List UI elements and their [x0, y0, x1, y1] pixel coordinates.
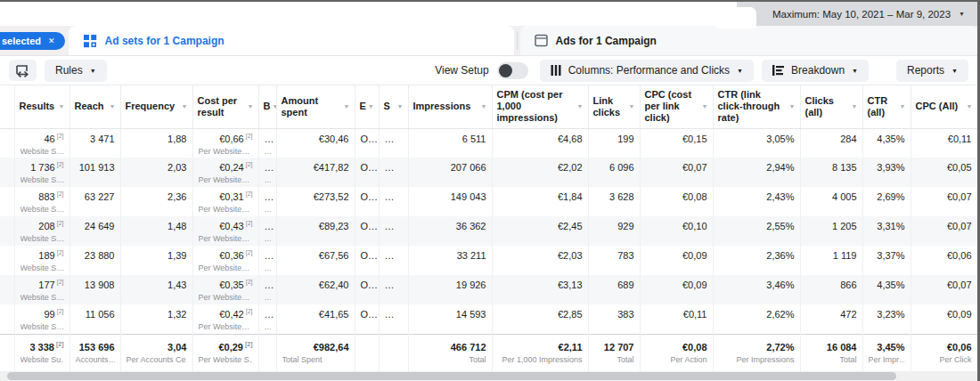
horizontal-scrollbar-track[interactable] — [0, 371, 977, 381]
column-header-schedule[interactable]: S▼ — [379, 85, 408, 128]
table-footer: 3 338[2]Website Su…153 696Accounts…3,04P… — [0, 334, 977, 376]
table-row[interactable]: 46[2]Website S…3 4711,88€0,66[2]Per Webs… — [0, 128, 977, 158]
cell-cpm: €2,45 — [492, 216, 588, 246]
cell-cpc-link: €0,15 — [640, 128, 713, 158]
cell-frequency: 1,43 — [120, 275, 192, 304]
sort-caret-icon: ▼ — [852, 103, 858, 109]
cell-schedule — [379, 334, 408, 376]
cell-results: 3 338[2]Website Su… — [14, 334, 69, 376]
column-header-cpm[interactable]: CPM (cost per 1,000 impressions)▼ — [492, 85, 588, 128]
chevron-down-icon: ▼ — [959, 11, 965, 17]
cell-select — [0, 216, 14, 246]
column-label: CPC (cost per link click) — [645, 89, 700, 125]
horizontal-scrollbar-thumb[interactable] — [7, 372, 896, 380]
table-row[interactable]: 99[2]Website S…11 0561,32€0,42[2]Per Web… — [0, 304, 977, 334]
cell-sublabel: Website S… — [20, 322, 64, 331]
cell-reach: 101 913 — [69, 158, 120, 187]
totals-row: 3 338[2]Website Su…153 696Accounts…3,04P… — [0, 334, 977, 376]
cell-link-clicks: 689 — [588, 275, 640, 304]
column-label: Results — [20, 101, 55, 112]
cell-schedule: … — [379, 275, 408, 304]
cell-budget: …… — [258, 246, 276, 275]
column-label: S — [384, 101, 390, 112]
cell-sublabel: … — [265, 293, 271, 302]
column-header-reach[interactable]: Reach▼ — [69, 85, 120, 128]
sort-caret-icon: ▼ — [272, 103, 276, 109]
column-header-impressions[interactable]: Impressions▼ — [408, 85, 492, 128]
footnote-marker: [2] — [246, 220, 253, 226]
column-header-results[interactable]: Results▼ — [14, 85, 69, 128]
tab-ad-sets-label: Ad sets for 1 Campaign — [105, 35, 225, 47]
rules-button[interactable]: Rules ▼ — [45, 60, 107, 82]
column-header-amount-spent[interactable]: Amount spent▼ — [276, 85, 355, 128]
cell-sublabel: Per Website… — [199, 234, 253, 243]
table-row[interactable]: 189[2]Website S…23 8801,39€0,36[2]Per We… — [0, 246, 977, 275]
sort-caret-icon: ▼ — [900, 103, 906, 109]
ads-manager-window: Maximum: May 10, 2021 – Mar 9, 2023 ▼ se… — [0, 0, 980, 381]
cell-impressions: 6 511 — [408, 128, 492, 158]
column-header-ctr-link[interactable]: CTR (link click-through rate)▼ — [713, 85, 800, 128]
footnote-marker: [2] — [57, 161, 64, 167]
cell-cpc-all: €0,07 — [911, 216, 977, 246]
cell-reach: 63 227 — [69, 187, 120, 216]
column-header-ctr-all[interactable]: CTR (all)▼ — [862, 85, 911, 128]
tab-ad-sets[interactable]: Ad sets for 1 Campaign — [69, 26, 514, 55]
column-header-cpc-all[interactable]: CPC (All)▼ — [911, 85, 977, 128]
cell-frequency: 1,88 — [120, 128, 192, 158]
cell-sublabel: Total — [414, 355, 486, 364]
footnote-marker: [2] — [56, 341, 64, 347]
footnote-marker: [2] — [57, 133, 64, 139]
cell-cpc-all: €0,07 — [911, 187, 977, 216]
footnote-marker: [2] — [57, 190, 64, 197]
columns-button[interactable]: Columns: Performance and Clicks ▼ — [540, 60, 754, 82]
table-row[interactable]: 177[2]Website S…13 9081,43€0,35[2]Per We… — [0, 275, 977, 304]
cell-cpc-link: €0,09 — [640, 246, 713, 275]
cell-sublabel: … — [265, 234, 271, 243]
table-row[interactable]: 208[2]Website S…24 6491,48€0,43[2]Per We… — [0, 216, 977, 246]
cell-results: 883[2]Website S… — [14, 187, 69, 216]
date-range-label: Maximum: May 10, 2021 – Mar 9, 2023 — [772, 9, 951, 20]
cell-impressions: 33 211 — [408, 246, 492, 275]
cell-frequency: 2,36 — [120, 187, 192, 216]
cell-schedule: … — [379, 304, 408, 334]
cell-budget: …… — [258, 275, 276, 304]
sort-caret-icon: ▼ — [248, 103, 254, 109]
table-row[interactable]: 883[2]Website S…63 2272,36€0,31[2]Per We… — [0, 187, 977, 216]
view-setup-control: View Setup — [435, 62, 528, 79]
cell-sublabel: Website Su… — [20, 355, 64, 364]
edit-columns-button[interactable] — [9, 60, 37, 81]
selected-filter-pill[interactable]: selected ✕ — [0, 32, 65, 50]
cell-select — [0, 246, 14, 275]
cell-reach: 3 471 — [69, 128, 120, 158]
close-icon[interactable]: ✕ — [48, 36, 55, 45]
sort-caret-icon: ▼ — [182, 103, 188, 109]
sort-caret-icon: ▼ — [397, 103, 404, 109]
cell-sublabel: Website S… — [20, 234, 64, 243]
column-header-cpc-link[interactable]: CPC (cost per link click)▼ — [640, 85, 713, 128]
column-header-budget[interactable]: B▼ — [258, 85, 276, 128]
date-range-selector[interactable]: Maximum: May 10, 2021 – Mar 9, 2023 ▼ — [737, 2, 977, 26]
reports-button[interactable]: Reports ▼ — [896, 60, 968, 82]
column-header-frequency[interactable]: Frequency▼ — [120, 85, 192, 128]
column-header-clicks-all[interactable]: Clicks (all)▼ — [800, 85, 862, 128]
cell-cpm: €4,68 — [492, 128, 588, 158]
cell-ctr-link: 2,36% — [713, 246, 800, 275]
tab-ads[interactable]: Ads for 1 Campaign — [520, 26, 977, 55]
cell-sublabel: Per Website S… — [199, 355, 253, 364]
cell-sublabel: … — [265, 147, 271, 156]
cell-schedule: … — [379, 128, 408, 158]
column-header-ends[interactable]: E▼ — [355, 85, 379, 128]
table-row[interactable]: 1 736[2]Website S…101 9132,03€0,24[2]Per… — [0, 158, 977, 187]
cell-sublabel: Total — [594, 355, 634, 364]
view-setup-toggle[interactable] — [497, 62, 528, 79]
sort-caret-icon: ▼ — [368, 103, 374, 109]
breakdown-label: Breakdown — [791, 64, 845, 77]
cell-cpm: €3,13 — [492, 275, 588, 304]
cell-link-clicks: 929 — [588, 216, 640, 246]
breakdown-button[interactable]: Breakdown ▼ — [762, 60, 869, 82]
column-header-link-clicks[interactable]: Link clicks▼ — [588, 85, 640, 128]
column-label: CPC (All) — [916, 101, 959, 112]
cell-clicks-all: 1 205 — [800, 216, 862, 246]
chevron-down-icon: ▼ — [951, 68, 958, 74]
column-header-cost-per-result[interactable]: Cost per result▼ — [192, 85, 258, 128]
